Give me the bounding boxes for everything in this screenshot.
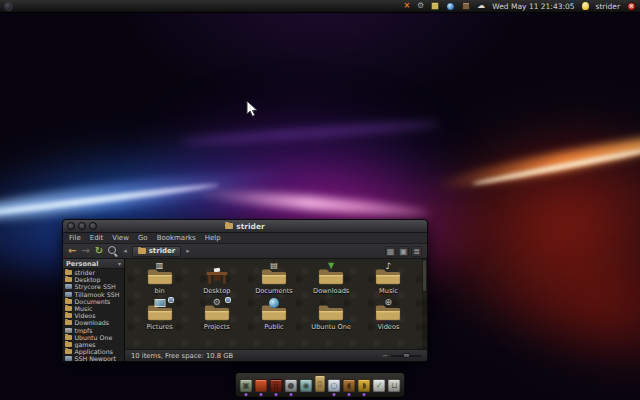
status-text: 10 items, Free space: 10.8 GB [131, 352, 233, 360]
file-desktop[interactable]: Desktop [188, 265, 245, 295]
sidebar-item-ssh-newport[interactable]: SSH Newport [63, 355, 124, 361]
dock-item-robot-face-app[interactable]: ◉ [300, 379, 313, 396]
globe-icon[interactable] [446, 2, 455, 11]
sidebar-item-strycore-ssh[interactable]: Strycore SSH [63, 283, 124, 290]
sidebar-header-dropdown[interactable]: Personal ▾ [63, 259, 124, 269]
globe-overlay-icon [269, 298, 279, 308]
files-scrollbar[interactable] [422, 259, 427, 349]
dock-item-satchel-app[interactable]: ◖ [343, 379, 356, 396]
dock-item-hat-app[interactable]: ◗ [358, 379, 371, 396]
view-toggle-buttons: ▦▣≣ [385, 246, 422, 257]
lightbulb-icon[interactable] [582, 2, 589, 10]
sidebar-item-strider[interactable]: strider [63, 269, 124, 276]
editor-app-icon: ✓ [373, 379, 386, 392]
zoom-slider-thumb[interactable] [403, 353, 410, 358]
clock[interactable]: Wed May 11 21:43:05 [492, 2, 574, 11]
power-icon[interactable]: × [627, 2, 636, 11]
menu-edit[interactable]: Edit [90, 234, 104, 242]
dock-item-robot-app[interactable]: ▣ [240, 379, 253, 396]
panel-menu-icon[interactable] [4, 2, 13, 11]
dock-item-editor-app[interactable]: ✓ [373, 379, 386, 396]
breadcrumb-left-arrow-icon[interactable]: ◂ [123, 247, 127, 255]
file-label: Downloads [313, 287, 349, 295]
menu-bookmarks[interactable]: Bookmarks [157, 234, 196, 242]
list-view-button[interactable]: ≣ [411, 246, 422, 257]
sidebar-item-label: tmpfs [75, 327, 93, 334]
sidebar-item-tillamook-ssh[interactable]: Tillamook SSH [63, 291, 124, 298]
zoom-control: − [382, 352, 421, 360]
menu-go[interactable]: Go [138, 234, 148, 242]
sidebar-item-videos[interactable]: Videos [63, 312, 124, 319]
running-indicator [290, 393, 293, 396]
sidebar-item-label: Tillamook SSH [75, 291, 120, 298]
scrollbar-thumb[interactable] [423, 260, 426, 291]
minimize-button[interactable] [78, 222, 86, 230]
network-icon [65, 356, 72, 361]
file-downloads[interactable]: Downloads [303, 265, 360, 295]
film-reel-overlay-icon [385, 298, 393, 307]
sidebar-item-documents[interactable]: Documents [63, 298, 124, 305]
folder-icon [318, 301, 344, 322]
cloud-icon[interactable]: ☁ [477, 2, 485, 10]
breadcrumb-right-arrow-icon[interactable]: ▸ [186, 247, 190, 255]
folder-icon [65, 349, 72, 354]
file-ubuntu-one[interactable]: Ubuntu One [303, 301, 360, 331]
sidebar-item-applications[interactable]: Applications [63, 348, 124, 355]
top-panel: ×⚙☁ Wed May 11 21:43:05 strider × [0, 0, 640, 13]
file-pictures[interactable]: Pictures [131, 301, 188, 331]
sidebar-item-label: Downloads [75, 319, 110, 326]
file-videos[interactable]: Videos [360, 301, 417, 331]
mouse-cursor [246, 100, 260, 118]
bucket-app-icon: ⊔ [388, 379, 401, 392]
sidebar-item-games[interactable]: games [63, 341, 124, 348]
breadcrumb-strider-button[interactable]: strider [132, 246, 182, 257]
sidebar-item-desktop[interactable]: Desktop [63, 276, 124, 283]
file-projects[interactable]: Projects [188, 301, 245, 331]
dock-item-bucket-app[interactable]: ⊔ [388, 379, 401, 396]
gear-icon[interactable]: ⚙ [417, 2, 424, 10]
folder-icon [318, 265, 344, 286]
sidebar-item-ubuntu-one[interactable]: Ubuntu One [63, 334, 124, 341]
search-button[interactable] [108, 246, 118, 256]
close-button[interactable] [67, 222, 75, 230]
cut-tool-icon[interactable]: × [403, 2, 410, 10]
dock-item-cabinet-app[interactable]: ▯ [315, 375, 326, 396]
menubar: FileEditViewGoBookmarksHelp [63, 233, 427, 244]
sidebar-item-music[interactable]: Music [63, 305, 124, 312]
zoom-slider[interactable] [391, 355, 421, 357]
compact-view-button[interactable]: ▣ [398, 246, 409, 257]
dock-item-bomb-app[interactable]: ● [285, 379, 298, 396]
menu-view[interactable]: View [112, 234, 129, 242]
forward-button[interactable]: → [81, 246, 89, 256]
menu-help[interactable]: Help [205, 234, 221, 242]
dock-item-mixer-app[interactable]: ⣿ [270, 379, 283, 396]
window-title: strider [225, 222, 264, 231]
sidebar-item-label: Ubuntu One [75, 334, 113, 341]
icon-view-button[interactable]: ▦ [385, 246, 396, 257]
file-public[interactable]: Public [245, 301, 302, 331]
refresh-button[interactable]: ↻ [95, 246, 103, 256]
download-arrow-overlay-icon [328, 262, 334, 270]
folder-icon [147, 265, 173, 286]
package-icon[interactable] [462, 2, 470, 10]
sidebar-item-label: Desktop [75, 276, 101, 283]
zoom-out-icon[interactable]: − [382, 352, 388, 360]
maximize-button[interactable] [89, 222, 97, 230]
menu-file[interactable]: File [69, 234, 81, 242]
music-note-overlay-icon [386, 262, 392, 271]
sidebar-items: striderDesktopStrycore SSHTillamook SSHD… [63, 269, 124, 361]
sidebar-item-tmpfs[interactable]: tmpfs [63, 327, 124, 334]
back-button[interactable]: ← [68, 246, 76, 256]
file-bin[interactable]: bin [131, 265, 188, 295]
note-icon[interactable] [431, 2, 439, 10]
username-menu[interactable]: strider [596, 2, 620, 11]
sidebar-item-label: Applications [75, 348, 113, 355]
file-documents[interactable]: Documents [245, 265, 302, 295]
dock-item-search-app[interactable]: ○ [328, 379, 341, 396]
file-music[interactable]: Music [360, 265, 417, 295]
dock-item-fox-app[interactable] [255, 379, 268, 396]
file-manager-window: strider FileEditViewGoBookmarksHelp ←→↻ … [62, 219, 428, 362]
sidebar-item-downloads[interactable]: Downloads [63, 319, 124, 326]
window-titlebar[interactable]: strider [63, 220, 427, 233]
papers-overlay-icon [156, 262, 164, 270]
